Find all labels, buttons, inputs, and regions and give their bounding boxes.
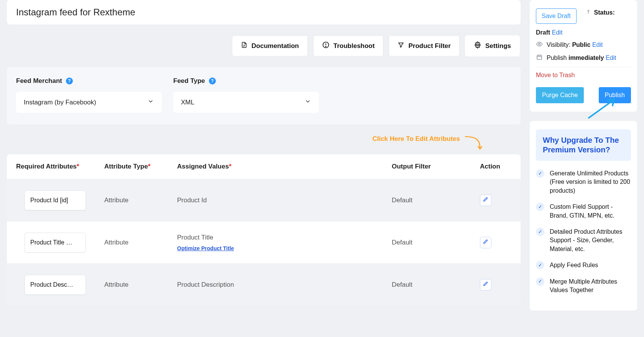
check-icon: ✓	[536, 203, 544, 211]
attribute-name-chip[interactable]: Product Id [id]	[25, 190, 86, 210]
calendar-icon	[536, 54, 543, 62]
optimize-title-link[interactable]: Optimize Product Title	[177, 245, 373, 251]
table-row: Product Id [id] Attribute Product Id Def…	[7, 179, 521, 221]
col-action: Action	[471, 154, 521, 179]
visibility-row: Visibility: Public Edit	[536, 41, 631, 49]
status-value: Draft	[536, 29, 550, 36]
assigned-value: Product Description	[168, 272, 383, 298]
promo-list: ✓Generate Unlimited Products (Free versi…	[536, 169, 631, 294]
edit-attributes-cta: Click Here To Edit Attributes	[7, 135, 521, 154]
alert-icon	[322, 41, 330, 51]
feed-merchant-value: Instagram (by Facebook)	[24, 99, 96, 106]
edit-row-button[interactable]	[480, 279, 491, 291]
edit-visibility-link[interactable]: Edit	[592, 41, 603, 48]
table-header-row: Required Attributes* Attribute Type* Ass…	[7, 154, 521, 179]
feed-merchant-select[interactable]: Instagram (by Facebook)	[16, 92, 162, 113]
pencil-icon	[483, 238, 489, 246]
feed-merchant-label: Feed Merchant ?	[16, 77, 162, 85]
promo-item: ✓Custom Field Support - Brand, GTIN, MPN…	[536, 203, 631, 220]
save-draft-button[interactable]: Save Draft	[536, 8, 577, 24]
attribute-name-chip[interactable]: Product Title …	[25, 233, 86, 253]
documentation-button[interactable]: Documentation	[232, 35, 308, 56]
settings-label: Settings	[485, 42, 511, 50]
col-required-attributes: Required Attributes*	[7, 154, 95, 179]
publish-box: Save Draft Status: Draft Edit	[530, 0, 637, 112]
help-icon[interactable]: ?	[209, 78, 216, 84]
pencil-icon	[483, 281, 489, 289]
svg-point-2	[476, 44, 478, 46]
filter-icon	[398, 41, 404, 50]
check-icon: ✓	[536, 169, 544, 178]
main-toolbar: Documentation Troubleshoot Product Filte…	[7, 35, 521, 56]
chevron-down-icon	[304, 98, 311, 107]
svg-rect-5	[537, 55, 542, 59]
table-row: Product Title … Attribute Product Title …	[7, 221, 521, 263]
check-icon: ✓	[536, 278, 544, 286]
promo-item: ✓Generate Unlimited Products (Free versi…	[536, 169, 631, 195]
output-filter-value: Default	[383, 230, 471, 256]
page-title: Instagram feed for Rextheme	[7, 0, 521, 25]
edit-row-button[interactable]	[480, 237, 491, 248]
product-filter-label: Product Filter	[408, 42, 451, 50]
promo-item: ✓Merge Multiple Attributes Values Togeth…	[536, 278, 631, 295]
edit-row-button[interactable]	[480, 195, 491, 206]
pencil-icon	[483, 196, 489, 204]
publish-time-row: Publish immediately Edit	[536, 54, 631, 62]
promo-item: ✓Detailed Product Attributes Support - S…	[536, 228, 631, 253]
promo-item: ✓Apply Feed Rules	[536, 261, 631, 269]
pin-icon	[586, 8, 591, 17]
promo-box: Why Upgrade To The Premium Version? ✓Gen…	[530, 121, 637, 311]
edit-attributes-text[interactable]: Click Here To Edit Attributes	[372, 135, 460, 143]
col-assigned-values: Assigned Values*	[168, 154, 383, 179]
attributes-table: Required Attributes* Attribute Type* Ass…	[7, 154, 521, 306]
gear-icon	[474, 41, 481, 51]
visibility-value: Public	[572, 41, 590, 48]
attribute-type-value: Attribute	[95, 272, 168, 298]
status-row: Status:	[586, 8, 615, 17]
promo-heading: Why Upgrade To The Premium Version?	[536, 129, 631, 161]
output-filter-value: Default	[383, 187, 471, 213]
attribute-name-chip[interactable]: Product Desc…	[25, 275, 86, 295]
purge-cache-button[interactable]: Purge Cache	[536, 87, 584, 103]
chevron-down-icon	[147, 98, 154, 107]
assigned-value: Product Id	[168, 187, 383, 213]
check-icon: ✓	[536, 261, 544, 269]
output-filter-value: Default	[383, 272, 471, 298]
help-icon[interactable]: ?	[66, 78, 73, 84]
feed-config-card: Feed Merchant ? Instagram (by Facebook) …	[7, 67, 521, 124]
svg-point-3	[588, 10, 589, 12]
edit-publish-time-link[interactable]: Edit	[606, 55, 616, 61]
svg-point-1	[325, 46, 326, 47]
product-filter-button[interactable]: Product Filter	[389, 35, 460, 56]
feed-type-select[interactable]: XML	[173, 92, 319, 113]
feed-type-label: Feed Type ?	[173, 77, 319, 85]
attribute-type-value: Attribute	[95, 187, 168, 213]
attribute-type-value: Attribute	[95, 230, 168, 256]
publish-button[interactable]: Publish	[599, 87, 631, 103]
settings-button[interactable]: Settings	[465, 35, 520, 56]
eye-icon	[536, 41, 543, 49]
edit-status-link[interactable]: Edit	[552, 29, 563, 36]
feed-type-value: XML	[181, 99, 194, 106]
document-icon	[241, 41, 248, 51]
table-row: Product Desc… Attribute Product Descript…	[7, 263, 521, 306]
col-output-filter: Output Filter	[383, 154, 471, 179]
publish-time-value: immediately	[568, 55, 604, 61]
troubleshoot-button[interactable]: Troubleshoot	[313, 35, 384, 56]
move-to-trash-link[interactable]: Move to Trash	[536, 72, 575, 79]
assigned-value: Product Title	[177, 234, 214, 241]
check-icon: ✓	[536, 228, 544, 236]
curved-arrow-icon	[464, 135, 482, 154]
troubleshoot-label: Troubleshoot	[334, 42, 375, 50]
svg-point-4	[539, 43, 540, 45]
documentation-label: Documentation	[251, 42, 299, 50]
divider	[536, 67, 631, 67]
col-attribute-type: Attribute Type*	[95, 154, 168, 179]
